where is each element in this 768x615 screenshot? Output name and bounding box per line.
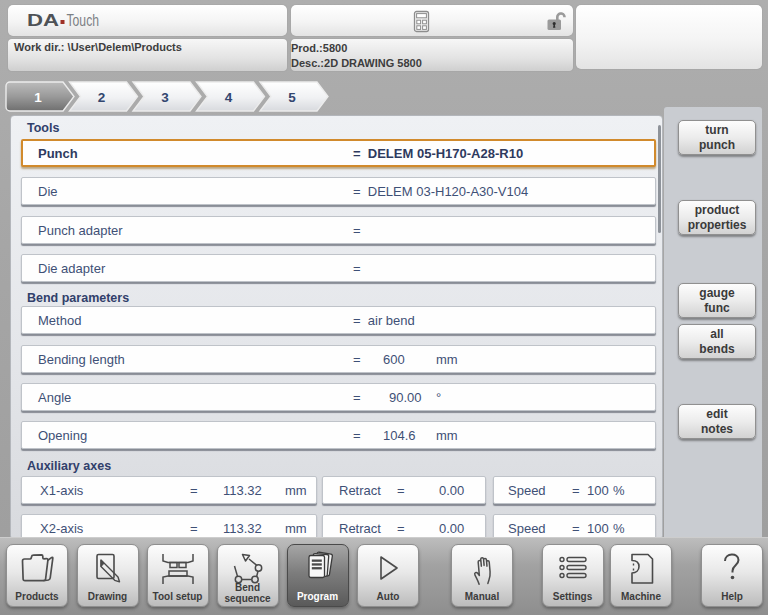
svg-text:3: 3 — [161, 90, 169, 105]
svg-text:5: 5 — [288, 90, 296, 105]
svg-text:Touch: Touch — [67, 11, 100, 30]
svg-text:1: 1 — [34, 90, 42, 105]
svg-text:DA: DA — [27, 11, 59, 30]
svg-text:2: 2 — [98, 90, 106, 105]
svg-text:4: 4 — [225, 90, 233, 105]
